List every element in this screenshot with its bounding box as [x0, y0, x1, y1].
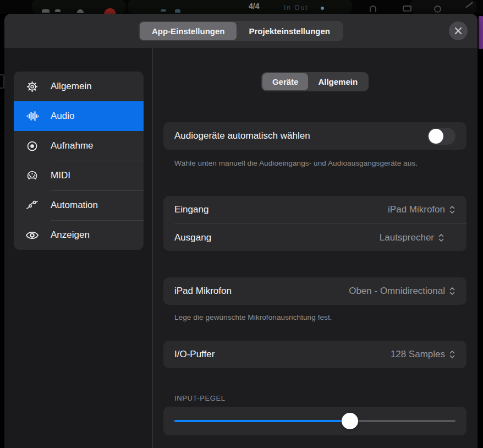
- display-icon: [403, 6, 411, 12]
- mic-orientation-label: iPad Mikrofon: [174, 286, 232, 297]
- settings-modal: App-Einstellungen Projekteinstellungen: [4, 14, 477, 448]
- input-level-section-label: INPUT-PEGEL: [163, 394, 466, 402]
- input-device-value[interactable]: iPad Mikrofon: [388, 204, 455, 215]
- settings-sidebar: Allgemein Audio: [4, 48, 153, 448]
- chevron-up-down-icon: [449, 286, 455, 296]
- audio-section-segmented-control: Geräte Allgemein: [261, 72, 369, 91]
- input-level-card: [163, 407, 466, 435]
- track-icon: [161, 9, 166, 12]
- audio-settings-pane: Geräte Allgemein Audiogeräte automatisch…: [153, 48, 477, 448]
- background-toolbar: 4/4 In Out: [0, 0, 483, 14]
- io-buffer-label: I/O-Puffer: [174, 349, 215, 360]
- tab-projekteinstellungen[interactable]: Projekteinstellungen: [237, 22, 342, 40]
- auto-devices-hint: Wähle unten manuell die Audioeingangs- u…: [163, 159, 466, 167]
- rewind-icon: [42, 9, 50, 13]
- tab-app-einstellungen[interactable]: App-Einstellungen: [140, 22, 237, 40]
- time-signature: 4/4: [249, 2, 259, 10]
- sidebar-item-automation[interactable]: Automation: [14, 190, 144, 220]
- sidebar-item-midi[interactable]: MIDI: [14, 161, 144, 190]
- toggle-knob: [429, 129, 443, 144]
- tab-allgemein[interactable]: Allgemein: [308, 73, 367, 90]
- sidebar-item-label: Aufnahme: [51, 140, 94, 151]
- mic-orientation-hint: Lege die gewünschte Mikrofonausrichtung …: [163, 313, 466, 321]
- io-devices-card: Eingang iPad Mikrofon Ausgang Lautsprech…: [163, 196, 466, 251]
- sidebar-item-audio[interactable]: Audio: [14, 101, 144, 131]
- automation-icon: [14, 199, 51, 212]
- auto-devices-label: Audiogeräte automatisch wählen: [174, 130, 310, 141]
- sidebar-item-anzeigen[interactable]: Anzeigen: [14, 220, 144, 250]
- output-device-row[interactable]: Ausgang Lautsprecher: [174, 223, 466, 251]
- chevron-up-down-icon: [449, 349, 455, 359]
- sidebar-item-label: Automation: [51, 200, 98, 211]
- sidebar-item-aufnahme[interactable]: Aufnahme: [14, 131, 144, 161]
- background-panel: [128, 0, 352, 14]
- input-level-thumb[interactable]: [342, 413, 358, 429]
- midi-icon: [14, 170, 51, 182]
- input-device-label: Eingang: [174, 204, 208, 215]
- mic-orientation-value[interactable]: Oben - Omnidirectional: [349, 286, 455, 297]
- close-button[interactable]: [449, 21, 468, 40]
- chevron-up-down-icon: [438, 233, 444, 243]
- indicator-dot: [321, 7, 324, 10]
- input-level-fill: [174, 420, 350, 422]
- waveform-icon: [14, 110, 51, 123]
- gear-icon: [14, 80, 51, 93]
- nav-icon: [55, 9, 61, 12]
- eye-icon: [14, 228, 51, 242]
- output-device-value[interactable]: Lautsprecher: [380, 232, 455, 243]
- mic-orientation-card: iPad Mikrofon Oben - Omnidirectional: [163, 277, 466, 305]
- notification-icon: [370, 6, 376, 12]
- track-icon: [175, 9, 180, 13]
- mic-orientation-row[interactable]: iPad Mikrofon Oben - Omnidirectional: [163, 277, 466, 305]
- settings-scope-segmented-control: App-Einstellungen Projekteinstellungen: [139, 21, 343, 41]
- sidebar-item-label: Allgemein: [51, 81, 92, 92]
- chevron-up-down-icon: [449, 205, 455, 215]
- modal-header: App-Einstellungen Projekteinstellungen: [4, 14, 477, 48]
- sidebar-item-allgemein[interactable]: Allgemein: [14, 72, 144, 101]
- help-icon: [434, 6, 441, 13]
- background-fragment-icon: [0, 74, 4, 89]
- record-icon: [14, 140, 51, 152]
- play-icon: [77, 9, 84, 13]
- sidebar-item-label: MIDI: [51, 170, 70, 181]
- auto-devices-card: Audiogeräte automatisch wählen: [163, 122, 466, 150]
- in-out-label: In Out: [284, 4, 309, 12]
- io-buffer-value[interactable]: 128 Samples: [391, 349, 455, 360]
- tab-geraete[interactable]: Geräte: [262, 73, 309, 90]
- auto-devices-toggle[interactable]: [427, 128, 455, 145]
- input-level-slider[interactable]: [174, 413, 455, 429]
- output-device-label: Ausgang: [174, 232, 211, 243]
- sidebar-item-label: Anzeigen: [51, 230, 90, 241]
- io-buffer-card: I/O-Puffer 128 Samples: [163, 341, 466, 368]
- input-device-row[interactable]: Eingang iPad Mikrofon: [163, 196, 466, 223]
- sidebar-item-label: Audio: [51, 111, 74, 122]
- close-icon: [454, 26, 463, 35]
- background-track-sliver: [479, 16, 483, 49]
- io-buffer-row[interactable]: I/O-Puffer 128 Samples: [163, 341, 466, 368]
- sidebar-panel: Allgemein Audio: [14, 72, 144, 250]
